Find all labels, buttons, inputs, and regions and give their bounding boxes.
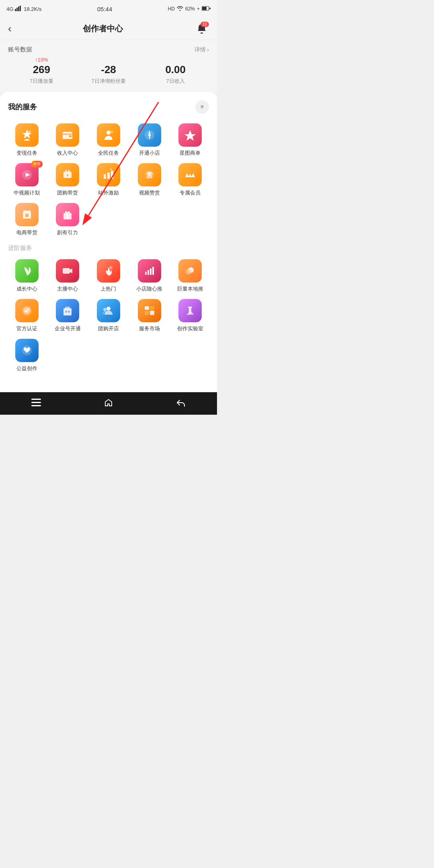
service-item-dramaForce[interactable]: 剧有引力 bbox=[49, 203, 87, 236]
service-icon-midVideo: 推荐 bbox=[15, 163, 39, 186]
service-item-hotTrend[interactable]: + 上热门 bbox=[90, 259, 127, 293]
service-item-ecomGoods[interactable]: 电商带货 bbox=[8, 203, 46, 236]
svg-text:✓: ✓ bbox=[28, 131, 30, 133]
svg-rect-14 bbox=[63, 133, 72, 135]
svg-rect-6 bbox=[209, 8, 211, 9]
service-icon-serviceMarket bbox=[138, 299, 161, 322]
service-icon-hostCenter bbox=[56, 259, 79, 283]
service-icon-incomeCenter bbox=[56, 123, 79, 147]
recommend-badge: 推荐 bbox=[31, 161, 43, 168]
service-item-midVideo[interactable]: 推荐 中视频计划 bbox=[8, 163, 46, 197]
service-item-allTask[interactable]: ✓ 全民任务 bbox=[90, 123, 127, 157]
svg-rect-61 bbox=[188, 307, 192, 308]
svg-rect-15 bbox=[69, 135, 72, 137]
close-button[interactable]: × bbox=[195, 100, 209, 114]
stat-income: - 0.00 7日收入 bbox=[142, 57, 209, 85]
service-item-creatorLab[interactable]: 创作实验室 bbox=[171, 299, 209, 332]
service-icon-localPush bbox=[178, 259, 202, 283]
svg-rect-57 bbox=[145, 311, 149, 315]
service-item-offsite[interactable]: ¥ 站外激励 bbox=[90, 163, 127, 197]
svg-rect-5 bbox=[202, 7, 207, 10]
service-icon-starChart bbox=[178, 123, 202, 147]
network-label: 4G bbox=[6, 6, 13, 12]
card-header: 我的服务 × bbox=[8, 100, 209, 114]
service-label-creatorLab: 创作实验室 bbox=[177, 325, 203, 332]
svg-marker-40 bbox=[70, 268, 72, 273]
service-item-serviceMarket[interactable]: 服务市场 bbox=[131, 299, 168, 332]
service-label-offsite: 站外激励 bbox=[98, 189, 119, 197]
account-data-header: 账号数据 详情 › bbox=[8, 46, 209, 53]
svg-rect-53 bbox=[65, 311, 67, 313]
svg-rect-58 bbox=[150, 311, 154, 315]
advanced-services-section: 进阶服务 成长中心 主播中心 bbox=[8, 244, 209, 372]
service-item-groupOpen[interactable]: 团购开店 bbox=[90, 299, 127, 332]
svg-rect-30 bbox=[111, 171, 113, 179]
svg-text:✓: ✓ bbox=[111, 131, 113, 133]
stat-value-income: 0.00 bbox=[142, 63, 209, 76]
nav-home-button[interactable] bbox=[98, 395, 119, 411]
stat-label-play: 7日播放量 bbox=[8, 78, 75, 85]
svg-rect-26 bbox=[68, 170, 70, 172]
service-item-enterprise[interactable]: 企业号开通 bbox=[49, 299, 87, 332]
svg-rect-10 bbox=[24, 140, 30, 141]
service-icon-shopPush bbox=[138, 259, 161, 283]
svg-point-55 bbox=[106, 307, 111, 311]
stat-value-play: 269 bbox=[8, 63, 75, 76]
svg-rect-29 bbox=[107, 172, 110, 179]
stat-playcount: ↑10% 269 7日播放量 bbox=[8, 57, 75, 85]
svg-rect-65 bbox=[31, 399, 41, 400]
svg-rect-25 bbox=[65, 170, 67, 172]
stat-value-followers: -28 bbox=[75, 63, 142, 76]
svg-rect-51 bbox=[63, 308, 72, 315]
service-item-cashTask[interactable]: ✓ 变现任务 bbox=[8, 123, 46, 157]
service-icon-allTask: ✓ bbox=[97, 123, 120, 147]
service-item-localPush[interactable]: 巨量本地推 bbox=[171, 259, 209, 293]
service-item-openShop[interactable]: 开通小店 bbox=[131, 123, 168, 157]
service-label-groupBuy: 团购带货 bbox=[57, 189, 78, 197]
svg-rect-67 bbox=[31, 405, 41, 406]
service-item-charityCreate[interactable]: 公益创作 bbox=[8, 339, 46, 372]
svg-point-56 bbox=[103, 308, 106, 311]
svg-rect-44 bbox=[147, 270, 149, 275]
svg-rect-52 bbox=[65, 307, 70, 309]
stat-label-income: 7日收入 bbox=[142, 78, 209, 85]
account-data-detail-link[interactable]: 详情 › bbox=[194, 46, 209, 53]
service-item-videoReward[interactable]: 赏 视频赞赏 bbox=[131, 163, 168, 197]
nav-back-button[interactable] bbox=[171, 395, 191, 411]
main-services-card: 我的服务 × ✓ 变现任务 bbox=[0, 92, 217, 392]
service-label-enterprise: 企业号开通 bbox=[55, 325, 81, 332]
service-icon-officialCert bbox=[15, 299, 39, 322]
service-item-officialCert[interactable]: 官方认证 bbox=[8, 299, 46, 332]
service-item-starChart[interactable]: 星图商单 bbox=[171, 123, 209, 157]
stat-followers: - -28 7日净增粉丝量 bbox=[75, 57, 142, 85]
signal-bars bbox=[15, 6, 22, 12]
nav-menu-button[interactable] bbox=[26, 395, 46, 411]
status-left: 4G 18.2K/s bbox=[6, 6, 41, 12]
back-button[interactable]: ‹ bbox=[8, 23, 12, 35]
service-item-hostCenter[interactable]: 主播中心 bbox=[49, 259, 87, 293]
service-item-shopPush[interactable]: 小店随心推 bbox=[131, 259, 168, 293]
service-icon-offsite: ¥ bbox=[97, 163, 120, 186]
notification-bell[interactable]: 16 bbox=[194, 22, 209, 36]
service-item-vipMember[interactable]: ✓ 专属会员 bbox=[171, 163, 209, 197]
svg-rect-39 bbox=[63, 268, 70, 274]
svg-rect-0 bbox=[15, 9, 16, 11]
service-icon-hotTrend: + bbox=[97, 259, 120, 283]
status-time: 05:44 bbox=[97, 6, 113, 12]
service-item-groupBuy[interactable]: ¥ 团购带货 bbox=[49, 163, 87, 197]
service-label-allTask: 全民任务 bbox=[98, 149, 119, 157]
page-title: 创作者中心 bbox=[83, 23, 123, 34]
service-icon-growCenter bbox=[15, 259, 39, 283]
svg-rect-2 bbox=[18, 6, 19, 11]
svg-text:¥: ¥ bbox=[109, 168, 112, 171]
service-label-midVideo: 中视频计划 bbox=[14, 189, 40, 197]
svg-rect-45 bbox=[150, 268, 151, 275]
service-icon-enterprise bbox=[56, 299, 79, 322]
service-item-growCenter[interactable]: 成长中心 bbox=[8, 259, 46, 293]
wifi-icon bbox=[177, 6, 183, 12]
svg-point-62 bbox=[187, 312, 188, 314]
speed-label: 18.2K/s bbox=[24, 6, 41, 12]
my-services-title: 我的服务 bbox=[8, 102, 37, 112]
battery-icon bbox=[202, 6, 211, 12]
service-item-incomeCenter[interactable]: 收入中心 bbox=[49, 123, 87, 157]
